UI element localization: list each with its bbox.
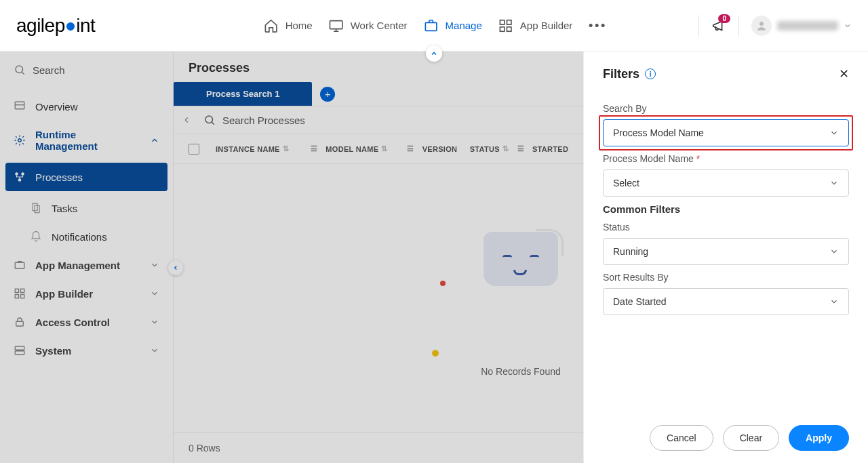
briefcase-icon	[424, 18, 439, 33]
monitor-icon	[329, 18, 344, 33]
svg-rect-4	[500, 26, 505, 31]
divider	[738, 15, 739, 37]
filters-panel: Filters i ✕ Search By Process Model Name…	[583, 52, 868, 463]
main-nav: Home Work Center Manage App Builder	[264, 18, 605, 33]
divider	[698, 15, 699, 37]
cancel-button[interactable]: Cancel	[650, 425, 713, 451]
select-value: Running	[613, 246, 648, 257]
avatar	[751, 16, 772, 36]
nav-manage[interactable]: Manage	[424, 18, 482, 33]
close-button[interactable]: ✕	[839, 66, 849, 81]
nav-work-center[interactable]: Work Center	[329, 18, 408, 33]
svg-rect-1	[425, 22, 437, 31]
select-value: Select	[613, 178, 639, 188]
collapse-header-toggle[interactable]	[426, 45, 442, 62]
grid-icon	[498, 18, 513, 33]
filters-title: Filters	[603, 67, 639, 81]
user-name	[777, 21, 838, 31]
info-icon[interactable]: i	[645, 68, 656, 79]
chevron-down-icon	[829, 128, 839, 138]
nav-app-builder-label: App Builder	[520, 20, 573, 31]
nav-home[interactable]: Home	[264, 18, 313, 33]
chevron-down-icon	[829, 247, 839, 256]
model-name-select[interactable]: Select	[603, 169, 849, 197]
home-icon	[264, 18, 279, 33]
filters-footer: Cancel Clear Apply	[584, 413, 868, 463]
announcements-button[interactable]: 0	[711, 18, 726, 33]
svg-rect-0	[330, 20, 342, 28]
filters-body: Search By Process Model Name Process Mod…	[584, 94, 868, 413]
apply-button[interactable]: Apply	[789, 425, 849, 451]
select-value: Process Model Name	[613, 127, 704, 138]
logo: agilep●int	[16, 15, 95, 37]
nav-home-label: Home	[285, 20, 313, 31]
chevron-up-icon	[430, 49, 438, 58]
clear-button[interactable]: Clear	[723, 425, 779, 451]
main-area: Search Overview Runtime Management Proce…	[0, 52, 868, 463]
chevron-down-icon	[829, 178, 839, 188]
chevron-down-icon	[829, 297, 839, 306]
model-name-label: Process Model Name *	[603, 153, 849, 164]
svg-rect-2	[500, 20, 505, 24]
label-text: Process Model Name	[603, 153, 694, 164]
common-filters-heading: Common Filters	[603, 203, 849, 215]
search-by-select[interactable]: Process Model Name	[603, 119, 849, 146]
notification-badge: 0	[718, 14, 730, 23]
header-right: 0	[698, 15, 852, 37]
svg-rect-3	[507, 20, 511, 24]
sort-select[interactable]: Date Started	[603, 288, 849, 315]
nav-app-builder[interactable]: App Builder	[498, 18, 573, 33]
svg-point-6	[760, 22, 764, 26]
search-by-label: Search By	[603, 103, 849, 114]
select-value: Date Started	[613, 296, 667, 307]
filters-header: Filters i ✕	[584, 52, 868, 94]
nav-manage-label: Manage	[446, 20, 482, 31]
required-asterisk: *	[696, 153, 700, 164]
svg-rect-5	[507, 26, 511, 31]
nav-more[interactable]	[589, 24, 604, 27]
sort-label: Sort Results By	[603, 272, 849, 283]
app-header: agilep●int Home Work Center Manage App B…	[0, 0, 868, 52]
logo-dot: ●	[65, 15, 76, 36]
search-by-highlight: Process Model Name	[603, 119, 849, 146]
person-icon	[755, 20, 768, 32]
chevron-down-icon	[844, 22, 852, 30]
logo-text-post: int	[76, 15, 95, 36]
user-menu[interactable]	[751, 16, 852, 36]
nav-work-center-label: Work Center	[351, 20, 408, 31]
status-select[interactable]: Running	[603, 238, 849, 265]
status-label: Status	[603, 222, 849, 233]
logo-text-pre: agilep	[16, 15, 65, 36]
